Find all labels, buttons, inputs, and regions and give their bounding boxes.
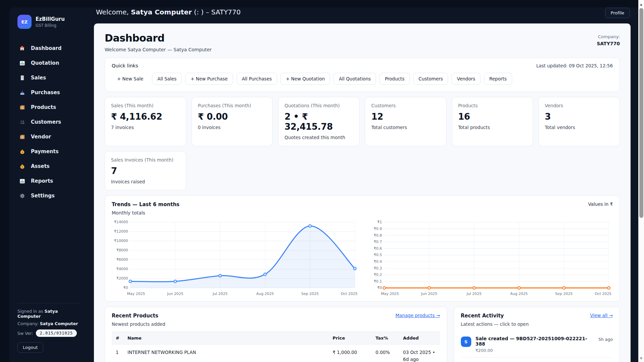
svg-text:Oct 2025: Oct 2025 [341,292,358,296]
sidebar-item-label: Assets [31,163,50,169]
sidebar-item-assets[interactable]: $Assets [17,159,79,174]
quick-links-buttons: + New SaleAll Sales+ New PurchaseAll Pur… [112,73,613,85]
sidebar-item-quotation[interactable]: Quotation [17,56,79,70]
quick-links-title: Quick links [112,63,138,68]
quick-link-all-sales[interactable]: All Sales [152,73,182,85]
column-header: Price [329,332,372,345]
sidebar-item-payments[interactable]: $Payments [17,144,79,159]
svg-text:₹6000: ₹6000 [116,257,128,262]
sidebar-item-settings[interactable]: Settings [17,188,79,203]
table-cell: ₹ 1,000.00 [329,345,372,362]
table-row: 1INTERNET NETWORKING PLAN₹ 1,000.000.00%… [112,345,440,362]
svg-text:Sep 2025: Sep 2025 [301,292,319,296]
quick-link-new-sale[interactable]: + New Sale [112,73,149,85]
sidebar-item-sales[interactable]: Sales [17,70,79,85]
moneybag-icon: $ [19,164,25,169]
scrollbar-thumb[interactable] [639,8,643,218]
svg-text:May 2025: May 2025 [381,292,399,296]
stat-value: 7 [111,166,180,176]
sidebar-footer: Signed in as Satya Computer Company: Sat… [17,303,80,353]
stat-label: Sales (This month) [111,103,180,108]
svg-text:₹0.9: ₹0.9 [374,227,382,231]
app-name: EzBillGuru [36,16,65,22]
stat-card-vendors: Vendors3Total vendors [538,97,620,146]
home-icon [19,45,25,51]
svg-text:₹0.3: ₹0.3 [374,266,382,270]
company-value: SATY770 [597,41,620,46]
stat-label: Vendors [545,103,613,108]
sidebar: EZ EzBillGuru GST Billing DashboardQuota… [9,7,87,362]
sidebar-item-vendor[interactable]: Vendor [17,129,79,144]
last-updated: Last updated: 09 Oct 2025, 12:56 [536,63,613,68]
stat-card-customers: Customers12Total customers [365,97,446,146]
logout-button[interactable]: Logout [17,342,43,353]
profile-button[interactable]: Profile [605,8,630,18]
svg-text:₹0.5: ₹0.5 [374,253,382,257]
sidebar-item-purchases[interactable]: Purchases [17,85,79,100]
stat-value: 12 [371,112,440,122]
activity-item[interactable]: SSale created — 9BD527-20251009-022221-3… [461,331,613,358]
column-header: Name [123,332,329,345]
svg-text:₹2000: ₹2000 [116,276,128,281]
sidebar-item-label: Sales [31,75,46,81]
sales-trend-chart: ₹0₹2000₹4000₹6000₹8000₹10000₹12000₹14000… [112,218,359,298]
view-all-link[interactable]: View all → [590,313,613,318]
stat-sub: 0 invoices [198,125,267,130]
sidebar-item-dashboard[interactable]: Dashboard [17,41,79,56]
stat-sub: Total customers [371,125,440,130]
sidebar-item-label: Vendor [31,134,51,140]
sidebar-nav: DashboardQuotationSalesPurchasesProducts… [17,41,79,203]
quick-link-new-purchase[interactable]: + New Purchase [185,73,233,85]
svg-text:₹0.8: ₹0.8 [374,233,382,238]
activity-item[interactable]: CCustomer added — CASH5h ago [461,358,613,362]
recent-products-table: #NamePriceTax%Added 1INTERNET NETWORKING… [112,331,440,362]
sidebar-item-customers[interactable]: Customers [17,115,79,129]
package-icon [19,105,25,110]
svg-text:May 2025: May 2025 [127,292,145,296]
package-icon [19,134,25,140]
recent-products-card: Recent Products Newest products added Ma… [105,307,447,362]
activity-time: 5h ago [598,336,613,342]
svg-text:₹14000: ₹14000 [114,220,128,224]
signed-in-text: Signed in as Satya Computer [17,309,80,319]
sidebar-item-label: Purchases [31,89,60,96]
svg-text:Jul 2025: Jul 2025 [466,292,481,296]
scrollbar-up-arrow[interactable]: ▲ [638,3,644,6]
quick-link-customers[interactable]: Customers [413,73,448,85]
sidebar-item-reports[interactable]: Reports [17,174,79,188]
manage-products-link[interactable]: Manage products → [395,313,440,318]
stat-label: Quotations (This month) [284,103,353,108]
quick-link-products[interactable]: Products [379,73,410,85]
company-block: Company: SATY770 [597,32,620,46]
stat-value: 2 • ₹ 32,415.78 [284,112,353,132]
quick-link-reports[interactable]: Reports [484,73,512,85]
sidebar-item-products[interactable]: Products [17,100,79,115]
svg-text:Aug 2025: Aug 2025 [510,292,528,296]
scrollbar-down-arrow[interactable]: ▼ [638,357,644,360]
version-badge: 2.015/031025 [36,329,77,337]
svg-text:₹0.2: ₹0.2 [374,273,382,277]
quick-link-new-quotation[interactable]: + New Quotation [280,73,330,85]
stat-value: 3 [545,112,613,122]
company-label: Company: [597,34,620,39]
avatar: S [461,337,471,347]
stat-value: 16 [458,112,527,122]
quick-link-vendors[interactable]: Vendors [451,73,480,85]
company-text: Company: Satya Computer [17,321,80,326]
bar-chart-icon [19,178,25,184]
stat-label: Products [458,103,527,108]
purchases-trend-chart: ₹0₹0.1₹0.2₹0.3₹0.4₹0.5₹0.6₹0.7₹0.8₹0.9₹1… [366,218,613,298]
sidebar-item-label: Quotation [31,60,59,66]
svg-text:₹0.7: ₹0.7 [374,240,382,244]
stat-card-sales: Sales Invoices (This month)7Invoices rai… [105,151,186,190]
svg-text:Jun 2025: Jun 2025 [167,292,183,296]
column-header: # [112,332,123,345]
svg-text:₹4000: ₹4000 [116,267,128,271]
svg-text:Jun 2025: Jun 2025 [421,292,437,296]
quick-link-all-quotations[interactable]: All Quotations [333,73,376,85]
stat-value: ₹ 4,116.62 [111,112,180,122]
stat-card-purchases: Purchases (This month)₹ 0.000 invoices [192,97,273,146]
scrollbar: ▲ ▼ [638,0,644,362]
svg-text:₹0.6: ₹0.6 [374,246,382,251]
quick-link-all-purchases[interactable]: All Purchases [236,73,277,85]
